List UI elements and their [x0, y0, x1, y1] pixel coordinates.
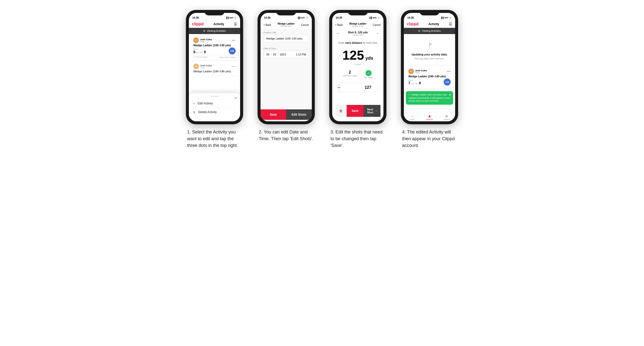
- phone-1-card-1-name: Josh Coles: [200, 38, 212, 41]
- phone-3-stats-row: 2 Difference (yds) ✓ Hit Target: [343, 70, 373, 79]
- phone-4-success-message: "Wedge Ladder (100–140 yds)" was updated…: [408, 93, 450, 102]
- phone-4-success-banner: ✕ ✓ "Wedge Ladder (100–140 yds)" was upd…: [406, 91, 453, 105]
- phone-2-datetime-row[interactable]: 06 / 03 / 2023 1:13 PM: [264, 51, 309, 58]
- phone-4-activity-card[interactable]: JC Josh Coles Today ••• Wedge Ladder (10…: [406, 67, 453, 88]
- phone-1-sheet-close[interactable]: ✕: [234, 96, 237, 100]
- phone-1-edit-activity-item[interactable]: ✏ Edit Activity: [193, 99, 236, 108]
- phone-1-viewing-label: Viewing Activities: [207, 29, 226, 32]
- phone-3-shot-header-center: Shot 6, 125 yds Score 7/9: [348, 31, 368, 36]
- phone-1-card-2-date: Today: [200, 67, 212, 69]
- phone-4-bottom-nav: ⌂ Home ♟ Activities ⊕ Capture: [404, 112, 455, 121]
- phone-4: 14:38 ▐▐ WiFi 🔋 clippd Activity ☰ ⚙ V: [401, 10, 458, 124]
- phone-1-card-1-avatar: JC: [193, 37, 199, 43]
- phone-4-nav-capture[interactable]: ⊕ Capture: [438, 113, 455, 121]
- svg-point-0: [428, 49, 432, 50]
- phone-2-year: 2023: [280, 53, 286, 56]
- phone-3-back-header: < Back Wedge Ladder 06 Mar 2023 Cancel: [332, 21, 384, 29]
- phone-3-shot-content: Enter carry distance for each shot 125 y…: [332, 39, 384, 105]
- phone-1-viewing-icon: ⚙: [203, 29, 205, 32]
- phone-2-header-title: Wedge Ladder: [278, 22, 295, 25]
- phone-3-bold-text: carry distance: [345, 41, 362, 44]
- phone-1-delete-activity-item[interactable]: 🗑 Delete Activity: [193, 108, 236, 116]
- phone-4-success-close[interactable]: ✕: [449, 93, 451, 97]
- phone-3-header-center: Wedge Ladder 06 Mar 2023: [349, 22, 366, 27]
- phone-2-column: 14:38 ▐▐ WiFi 🔋 < Back Wedge Ladder 06 M…: [254, 10, 318, 142]
- phone-1-status-icons: ▐▐ WiFi 🔋: [226, 17, 237, 19]
- phone-3-delete-btn[interactable]: 🗑: [335, 105, 347, 117]
- phone-2-cancel-btn[interactable]: Cancel: [301, 24, 309, 26]
- phone-4-header-title: Activity: [428, 22, 439, 26]
- phone-1-screen: 14:38 ▐▐ WiFi 🔋 clippd Activity ☰ ⚙ V: [189, 13, 240, 121]
- phone-1-card-2[interactable]: JC Josh Coles Today ••• Wedge Ladder (10…: [191, 62, 238, 76]
- phone-2-practice-title-section: Practice Title: [260, 29, 312, 45]
- phone-4-nav-activities[interactable]: ♟ Activities: [421, 113, 438, 121]
- phone-2-content[interactable]: Practice Title Date & Time 06 / 03 / 202…: [260, 29, 312, 109]
- phone-2-save-btn[interactable]: Save: [260, 109, 286, 120]
- phone-4-dots[interactable]: •••: [447, 70, 451, 73]
- phone-4-notch: [420, 10, 440, 15]
- phone-1-card-1-stats: Score 9 OUT OF 9 130: [193, 47, 236, 54]
- phone-2-datetime-label: Date & Time: [264, 47, 309, 50]
- phone-1-card-2-name: Josh Coles: [200, 64, 212, 67]
- phone-2-screen: 14:38 ▐▐ WiFi 🔋 < Back Wedge Ladder 06 M…: [260, 13, 312, 121]
- phone-3-stepper-minus[interactable]: −: [338, 83, 340, 92]
- phone-2-header-subtitle: 06 Mar 2023: [278, 25, 295, 27]
- phone-4-home-icon: ⌂: [411, 114, 413, 118]
- phone-4-card-header: JC Josh Coles Today •••: [408, 69, 451, 74]
- phone-3-next-shot-btn[interactable]: Next Shot →: [364, 105, 380, 117]
- phone-1-hamburger-icon[interactable]: ☰: [234, 22, 237, 26]
- phone-1-logo: clippd: [192, 22, 204, 26]
- phone-3-next-arrow-icon: →: [375, 109, 378, 112]
- phone-1-card-2-title: Wedge Ladder (100–140 yds): [193, 70, 236, 73]
- phone-3-back-btn[interactable]: < Back: [335, 24, 343, 26]
- phone-2-datetime-section: Date & Time 06 / 03 / 2023 1:13 PM: [260, 45, 312, 61]
- phone-1-card-1-user: JC Josh Coles Today: [193, 37, 212, 43]
- phone-1-card-2-dots[interactable]: •••: [232, 65, 236, 68]
- phone-3-notch: [348, 10, 368, 15]
- phone-4-caption: 4. The edited Activity will then appear …: [402, 129, 457, 149]
- phone-3-cancel-btn[interactable]: Cancel: [373, 24, 380, 26]
- phone-2-practice-input[interactable]: [264, 35, 309, 42]
- phone-3-enter-text: Enter carry distance for each shot: [338, 41, 377, 44]
- phone-4-hamburger-icon[interactable]: ☰: [449, 22, 452, 26]
- phone-1-card-1-score: Score 9 OUT OF 9: [193, 48, 206, 54]
- phone-3-column: 14:39 ▐▐ WiFi 🔋 < Back Wedge Ladder 06 M…: [326, 10, 390, 149]
- phone-4-user-date: Today: [415, 72, 427, 74]
- phone-4-nav-home[interactable]: ⌂ Home: [404, 113, 421, 121]
- phone-3: 14:39 ▐▐ WiFi 🔋 < Back Wedge Ladder 06 M…: [329, 10, 386, 124]
- phone-4-spacer: [404, 106, 455, 112]
- phone-3-diff-value: 2: [343, 70, 357, 75]
- phone-1-delete-label: Delete Activity: [198, 110, 217, 114]
- phone-1-card-1[interactable]: JC Josh Coles Today ••• Wedge Ladder (10…: [191, 35, 238, 60]
- phone-4-logo: clippd: [407, 22, 418, 26]
- phone-2-spacer: [260, 61, 312, 81]
- phone-3-stepper-value[interactable]: [340, 84, 378, 91]
- phone-3-stepper: − +: [338, 83, 378, 92]
- phone-3-next-shot-nav-btn[interactable]: →: [374, 30, 380, 37]
- phone-1-card-2-header: JC Josh Coles Today •••: [193, 64, 236, 69]
- phone-1-card-1-date: Today: [200, 41, 212, 42]
- phone-4-loading-title: Updating your activity data.: [412, 53, 448, 56]
- phone-1-caption: 1. Select the Activity you want to edit …: [187, 129, 242, 149]
- phone-1-card-2-user-info: Josh Coles Today: [200, 64, 212, 69]
- phone-3-save-btn[interactable]: Save: [347, 105, 364, 117]
- phone-2: 14:38 ▐▐ WiFi 🔋 < Back Wedge Ladder 06 M…: [258, 10, 315, 124]
- phone-3-distance-row: 125 yds: [342, 48, 373, 63]
- phone-4-golf-flag-icon: [423, 39, 436, 51]
- phone-4-viewing-label: Viewing Activities: [422, 29, 441, 32]
- phone-2-back-btn[interactable]: < Back: [264, 24, 271, 26]
- phone-3-header-title: Wedge Ladder: [349, 22, 366, 25]
- phone-3-header-subtitle: 06 Mar 2023: [349, 25, 366, 27]
- phone-1-card-1-dots[interactable]: •••: [232, 38, 236, 42]
- phone-4-activities-label: Activities: [426, 119, 433, 120]
- phone-2-edit-shots-btn[interactable]: Edit Shots: [286, 109, 312, 120]
- phone-1-card-1-footer: ⊙ Test Information Data: Clippd Capture: [193, 55, 236, 58]
- phone-1-column: 14:38 ▐▐ WiFi 🔋 clippd Activity ☰ ⚙ V: [182, 10, 247, 149]
- phone-1-bottom-sheet[interactable]: ✕ ✏ Edit Activity 🗑 Delete Activity: [189, 93, 240, 121]
- phone-1-edit-icon: ✏: [193, 102, 195, 105]
- phone-3-distance-value: 125: [342, 48, 364, 63]
- phones-row: 14:38 ▐▐ WiFi 🔋 clippd Activity ☰ ⚙ V: [182, 10, 462, 149]
- phone-1-header-title: Activity: [213, 22, 224, 26]
- phone-3-prev-shot-btn[interactable]: ←: [335, 30, 342, 37]
- phone-1-time: 14:38: [192, 16, 199, 19]
